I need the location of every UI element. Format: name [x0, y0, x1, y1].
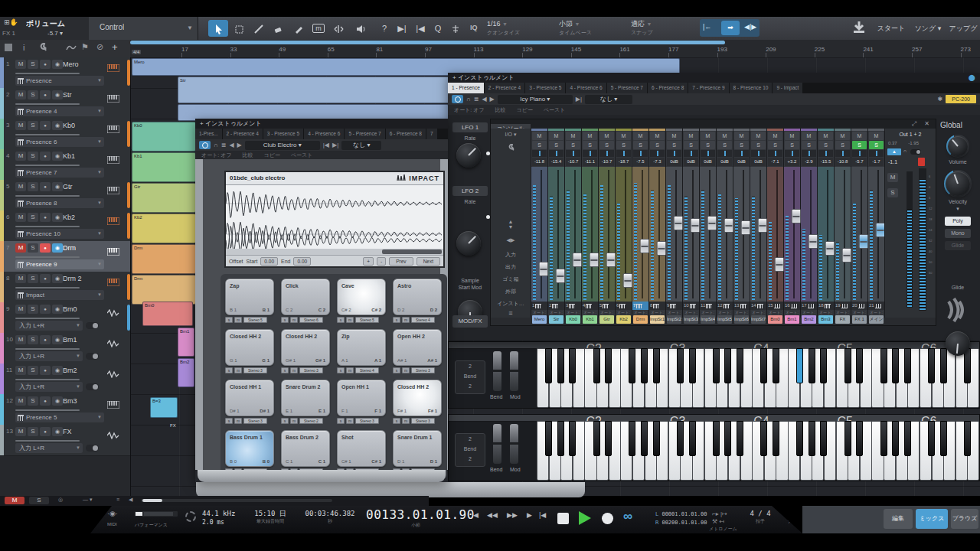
channel-mute-button[interactable]: M — [734, 132, 749, 140]
channel-pan[interactable] — [650, 150, 665, 157]
monitor-toggle[interactable] — [86, 383, 99, 390]
record-button[interactable] — [602, 513, 613, 524]
channel-number-row[interactable]: 5 — [599, 302, 615, 310]
channel-solo-button[interactable]: S — [633, 141, 648, 149]
channel-solo-button[interactable]: S — [869, 141, 884, 149]
channel-auto-label[interactable]: オート:オフ — [616, 310, 632, 315]
track-solo-button[interactable]: S — [28, 90, 38, 99]
track-record-button[interactable]: ● — [40, 335, 51, 344]
sample-scrollbar[interactable] — [226, 249, 443, 255]
channel-number-row[interactable]: 19 — [835, 302, 851, 310]
black-key[interactable] — [641, 348, 648, 383]
track-volume-line[interactable] — [15, 348, 80, 350]
arrange-clip[interactable]: Kb1 — [132, 152, 196, 182]
presence-routing-select[interactable]: なし ▾ — [585, 95, 632, 104]
channel-name-chip[interactable]: ImpSt1 — [650, 315, 665, 324]
channel-mute-button[interactable]: M — [835, 132, 850, 140]
channel-auto-label[interactable]: オート:オフ — [868, 310, 884, 315]
pad-output-select[interactable]: Stereo 3 — [411, 367, 435, 373]
black-key[interactable] — [653, 348, 660, 383]
channel-volume-value[interactable]: -10.7 — [566, 158, 580, 166]
sidebar-instruments[interactable]: インスト… — [491, 300, 531, 308]
black-key[interactable] — [713, 348, 720, 383]
master-level-slider[interactable] — [141, 499, 332, 502]
pad-mute-button[interactable]: m — [234, 418, 242, 424]
pad-output-select[interactable]: Stereo 3 — [243, 367, 267, 373]
pad-output-select[interactable]: Stereo 6 — [299, 317, 323, 323]
next-sample-button[interactable]: Next — [416, 257, 440, 266]
position-display[interactable]: 00133.01.01.90小節 — [366, 507, 466, 528]
pin-icon[interactable]: ⬤ — [969, 73, 975, 83]
black-key[interactable] — [796, 421, 803, 456]
console-window-icons[interactable]: ⤢ ✕ — [912, 120, 933, 128]
snap-start-icon[interactable]: |← — [703, 23, 711, 31]
channel-pan[interactable] — [684, 150, 698, 157]
event-input-icon[interactable]: ∩ — [466, 96, 471, 103]
impact-pad-bass-drum-2[interactable]: Bass Drum 2C 1C 1 — [281, 430, 330, 467]
channel-mute-button[interactable]: M — [751, 132, 766, 140]
channel-volume-value[interactable]: -10.7 — [599, 158, 614, 166]
plugin-tab[interactable]: 7 - Presence 9 — [688, 83, 728, 93]
channel-number-row[interactable]: 13 — [733, 302, 750, 310]
track-solo-button[interactable]: S — [28, 396, 38, 406]
quantize-button[interactable]: Q — [430, 20, 446, 37]
channel-pan[interactable] — [768, 150, 782, 157]
track-solo-button[interactable]: S — [28, 305, 38, 314]
plugin-tab[interactable]: 6 - Presence 8 — [386, 129, 426, 139]
impact-pad-closed-hh-2[interactable]: Closed HH 2F# 1F# 1 — [393, 380, 442, 416]
channel-name-chip[interactable]: FX 1 — [852, 315, 867, 324]
channel-name-chip[interactable]: ImpSt3 — [684, 315, 698, 324]
channel-number-row[interactable]: 11 — [700, 302, 716, 310]
channel-auto-label[interactable]: オート:オフ — [531, 310, 547, 315]
arrange-clip[interactable]: Gtr — [132, 183, 196, 213]
track-input-select[interactable]: 入力 L+R▼ — [15, 382, 83, 392]
track-mute-button[interactable]: M — [15, 274, 26, 283]
impact-pad-astro[interactable]: AstroD 2D 2 — [393, 279, 442, 315]
channel-solo-button[interactable]: S — [768, 141, 782, 149]
master-out-label[interactable]: Out 1 + 2 — [885, 132, 936, 137]
plugin-tab[interactable]: 3 - Presence 5 — [525, 83, 565, 93]
presence-preset-select[interactable]: Icy Piano ▾ — [498, 95, 573, 104]
track-volume-line[interactable] — [15, 73, 80, 74]
piano-keys[interactable] — [537, 421, 979, 481]
black-key[interactable] — [605, 348, 612, 383]
channel-number-row[interactable]: 12 — [717, 302, 733, 310]
channel-pan[interactable] — [734, 150, 749, 157]
channel-number-row[interactable]: 9 — [666, 302, 682, 310]
impact-pad-click[interactable]: ClickC 2C 2 — [281, 279, 330, 315]
disable-icon[interactable]: ⊘ — [96, 42, 103, 52]
arrange-clip[interactable]: Kb0 — [132, 122, 196, 152]
mod-wheel[interactable] — [510, 351, 518, 391]
channel-auto-label[interactable]: オート:オフ — [784, 310, 800, 315]
zoom-out-button[interactable]: - — [377, 257, 386, 266]
io-select[interactable]: I/O ▾ — [491, 132, 531, 138]
pad-mute-button[interactable]: m — [234, 317, 242, 323]
black-key[interactable] — [760, 421, 767, 456]
track-input-select[interactable]: 入力 L+R▼ — [15, 351, 83, 361]
track-solo-button[interactable]: S — [28, 182, 38, 191]
preset-prev-icon[interactable]: ◀ — [229, 142, 234, 148]
zoom-in-button[interactable]: + — [363, 257, 374, 266]
track-instrument-select[interactable]: Impact▼ — [15, 290, 104, 300]
channel-pan[interactable] — [583, 150, 597, 157]
wrench-icon[interactable] — [491, 144, 531, 152]
plugin-tab[interactable]: 8 - Presence 10 — [730, 83, 773, 93]
channel-fader-handle[interactable] — [791, 209, 801, 223]
black-key[interactable] — [808, 421, 815, 456]
track-record-button[interactable]: ● — [40, 305, 51, 314]
channel-volume-value[interactable]: -10.8 — [835, 158, 850, 166]
lfo2-rate-knob[interactable] — [456, 231, 481, 256]
pad-solo-button[interactable]: s — [337, 367, 345, 373]
black-key[interactable] — [773, 348, 779, 383]
impact-pad-snare-drum-1[interactable]: Snare Drum 1D 1D 1 — [393, 430, 442, 467]
tool-value[interactable]: -5.7 ▾ — [47, 30, 63, 37]
modfx-button[interactable]: MOD/FX — [452, 315, 488, 328]
channel-fader-handle[interactable] — [538, 262, 548, 276]
channel-fader-handle[interactable] — [757, 218, 767, 233]
black-key[interactable] — [724, 348, 731, 383]
channel-name-chip[interactable]: Kb0 — [566, 315, 580, 324]
track-solo-button[interactable]: S — [28, 60, 38, 69]
impact-pad-open-hh-2[interactable]: Open HH 2A# 1A# 1 — [393, 329, 442, 366]
edit-view-button[interactable]: 編集 — [884, 509, 913, 529]
track-monitor-button[interactable]: ◉ — [52, 366, 63, 375]
